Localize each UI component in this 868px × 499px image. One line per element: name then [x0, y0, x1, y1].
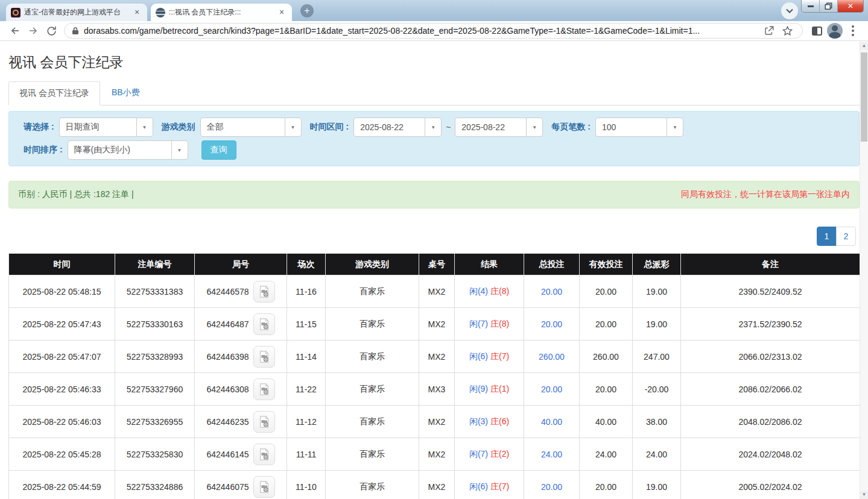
cell-table: MX2 [419, 406, 455, 438]
page-tab-bar: 视讯 会员下注纪录 BB小费 [8, 81, 860, 105]
cell-time: 2025-08-22 05:47:07 [9, 341, 115, 373]
date-end-select[interactable]: 2025-08-22 ▼ [455, 118, 543, 137]
restore-button[interactable] [820, 0, 838, 12]
address-bar[interactable]: dorasabs.com/game/betrecord_search/kind3… [64, 23, 803, 39]
cell-valid-bet: 20.00 [580, 275, 633, 308]
cell-table: MX2 [419, 308, 455, 341]
round-number: 642446487 [206, 319, 249, 329]
tab-bet-records[interactable]: 视讯 会员下注纪录 [8, 81, 100, 105]
total-bet-link[interactable]: 260.00 [539, 352, 565, 362]
cell-remark: 2371.52/2390.52 [681, 308, 860, 341]
sort-select[interactable]: 降幂(由大到小) ▼ [68, 140, 188, 160]
date-start-select[interactable]: 2025-08-22 ▼ [353, 118, 442, 137]
cell-bet-id: 522753330163 [115, 308, 195, 341]
cell-result: 闲(6)庄(7) [455, 471, 524, 499]
cell-game: 百家乐 [326, 308, 419, 341]
column-header: 结果 [455, 254, 524, 275]
url-text[interactable]: dorasabs.com/game/betrecord_search/kind3… [84, 26, 760, 36]
cell-time: 2025-08-22 05:48:15 [9, 275, 115, 308]
tab-bb-tips[interactable]: BB小费 [101, 81, 150, 105]
back-icon[interactable] [6, 22, 24, 40]
cell-total-bet: 24.00 [524, 438, 580, 471]
cell-remark: 2086.02/2066.02 [681, 373, 860, 406]
tab2-title: :::视讯 会员下注纪录::: [165, 7, 276, 17]
summary-bar: 币别 : 人民币 | 总共 :182 注单 | 同局有效投注，统一计算在该局第一… [8, 181, 860, 209]
cell-result: 闲(3)庄(6) [455, 406, 524, 438]
cell-round: 642446487 [195, 308, 287, 341]
cell-bet-id: 522753326955 [115, 406, 195, 438]
video-replay-button[interactable] [253, 444, 275, 465]
new-tab-button[interactable]: + [300, 4, 314, 17]
total-bet-link[interactable]: 40.00 [541, 417, 562, 427]
tab2-close-icon[interactable]: × [276, 7, 287, 18]
total-bet-link[interactable]: 20.00 [541, 384, 562, 394]
table-row: 2025-08-22 05:47:43522753330163642446487… [9, 308, 860, 341]
bookmark-star-icon[interactable] [778, 22, 796, 40]
page-scrollbar[interactable]: ▲ ▼ [860, 42, 868, 499]
select-arrow-icon[interactable]: ▼ [425, 118, 441, 136]
tab-search-chevron-icon[interactable] [781, 2, 798, 19]
result-player: 闲(7) [469, 449, 488, 459]
window-controls: ✕ [801, 0, 864, 13]
table-header-row: 时间注单编号局号场次游戏类别桌号结果总投注有效投注总派彩备注 [9, 254, 860, 275]
pagination-page-1[interactable]: 1 [817, 227, 837, 246]
cell-valid-bet: 24.00 [580, 438, 633, 471]
scroll-down-icon[interactable]: ▼ [860, 491, 868, 499]
video-replay-button[interactable] [253, 281, 275, 303]
select-arrow-icon[interactable]: ▼ [285, 118, 301, 136]
table-row: 2025-08-22 05:47:07522753328993642446398… [9, 341, 860, 373]
cell-payout: 19.00 [633, 275, 681, 308]
cell-remark: 2390.52/2409.52 [681, 275, 860, 308]
query-type-select[interactable]: 日期查询 ▼ [59, 118, 153, 137]
result-banker: 庄(8) [490, 319, 509, 328]
total-bet-link[interactable]: 20.00 [541, 319, 562, 329]
minimize-button[interactable] [802, 0, 820, 12]
column-header: 时间 [9, 254, 115, 275]
total-bet-link[interactable]: 20.00 [541, 482, 562, 492]
select-arrow-icon[interactable]: ▼ [136, 118, 153, 136]
cell-payout: -20.00 [633, 373, 681, 406]
share-icon[interactable] [760, 22, 778, 40]
cell-total-bet: 20.00 [524, 308, 580, 341]
video-replay-button[interactable] [253, 378, 275, 400]
tab1-close-icon[interactable]: × [131, 7, 142, 18]
reload-icon[interactable] [42, 22, 60, 40]
column-header: 总派彩 [633, 254, 681, 275]
close-button[interactable]: ✕ [838, 0, 863, 12]
column-header: 有效投注 [580, 254, 633, 275]
video-replay-button[interactable] [253, 346, 275, 368]
total-bet-link[interactable]: 20.00 [541, 287, 562, 297]
page-size-select[interactable]: 100 ▼ [595, 118, 683, 137]
browser-menu-icon[interactable] [844, 22, 862, 40]
video-replay-button[interactable] [253, 313, 275, 335]
date-range-label: 时间区间 : [310, 122, 349, 133]
select-arrow-icon[interactable]: ▼ [171, 141, 188, 159]
cell-result: 闲(6)庄(7) [455, 341, 524, 373]
search-button[interactable]: 查询 [201, 140, 236, 160]
result-player: 闲(4) [469, 286, 488, 296]
cell-result: 闲(7)庄(2) [455, 438, 524, 471]
browser-tab-1[interactable]: 通宝-信誉最好的网上游戏平台 × [6, 4, 147, 21]
total-bet-link[interactable]: 24.00 [541, 450, 562, 459]
forward-icon[interactable] [24, 22, 42, 40]
scroll-up-icon[interactable]: ▲ [860, 42, 868, 50]
game-type-select[interactable]: 全部 ▼ [200, 118, 302, 137]
video-replay-button[interactable] [253, 476, 275, 498]
cell-session: 11-10 [287, 471, 326, 499]
video-replay-button[interactable] [253, 411, 275, 433]
result-banker: 庄(7) [490, 482, 509, 491]
pagination-page-2[interactable]: 2 [836, 227, 856, 246]
side-panel-icon[interactable] [808, 22, 826, 40]
round-number: 642446398 [206, 352, 249, 362]
profile-avatar[interactable] [826, 22, 844, 40]
lock-icon[interactable] [72, 27, 79, 35]
select-arrow-icon[interactable]: ▼ [526, 118, 542, 136]
cell-bet-id: 522753324886 [115, 471, 195, 499]
bet-records-table: 时间注单编号局号场次游戏类别桌号结果总投注有效投注总派彩备注 2025-08-2… [8, 253, 860, 499]
browser-tab-2[interactable]: :::视讯 会员下注纪录::: × [151, 4, 292, 21]
cell-round: 642446145 [195, 438, 287, 471]
cell-payout: 19.00 [633, 471, 681, 499]
table-row: 2025-08-22 05:44:59522753324886642446075… [9, 471, 860, 499]
select-arrow-icon[interactable]: ▼ [667, 118, 683, 136]
scrollbar-thumb[interactable] [861, 52, 867, 142]
